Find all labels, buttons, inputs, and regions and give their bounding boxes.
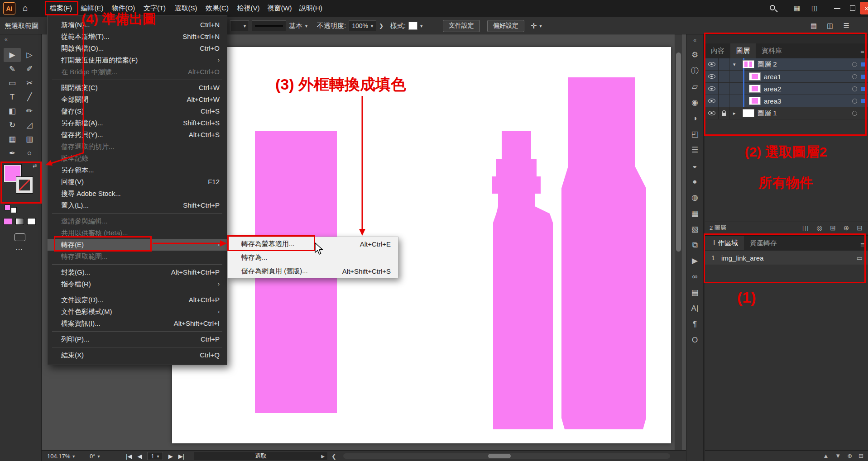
target-circle-icon[interactable] xyxy=(852,99,857,104)
previous-artboard-button[interactable]: ◀ xyxy=(137,453,142,460)
disclosure-triangle-icon[interactable]: ▸ xyxy=(733,110,739,116)
file-menu-item[interactable]: 共用以供審核 (Beta)... xyxy=(48,227,227,239)
file-menu-item[interactable]: 儲存(S)Ctrl+S xyxy=(48,105,227,117)
layer-name[interactable]: area3 xyxy=(764,97,781,105)
magenta-bottle-shape-2[interactable] xyxy=(561,77,646,429)
layer-name[interactable]: area2 xyxy=(764,85,781,93)
artboards-panel-icon[interactable]: ▤ xyxy=(686,285,703,300)
file-menu-item[interactable]: 列印(P)...Ctrl+P xyxy=(48,333,227,345)
file-menu-item[interactable]: 打開最近使用過的檔案(F)› xyxy=(48,54,227,66)
file-menu-item[interactable]: 開啟舊檔(O)...Ctrl+O xyxy=(48,43,227,54)
brush-definition-dropdown[interactable]: 基本 ▾ xyxy=(252,17,307,34)
properties-panel-icon[interactable]: ⚙ xyxy=(686,47,703,63)
new-sublayer-icon[interactable]: ⊞ xyxy=(830,224,836,232)
last-artboard-button[interactable]: ▶| xyxy=(178,453,184,460)
type-tool[interactable]: T xyxy=(4,90,21,104)
menubar-item[interactable]: 物件(O) xyxy=(108,0,139,17)
file-menu-item[interactable]: 另存範本... xyxy=(48,164,227,176)
paintbrush-tool[interactable]: ✏ xyxy=(21,104,38,118)
expand-panels-icon[interactable]: « xyxy=(693,37,696,43)
next-artboard-button[interactable]: ▶ xyxy=(168,453,173,460)
collapse-toolbar-icon[interactable]: « xyxy=(5,36,8,43)
delete-layer-icon[interactable]: ⊟ xyxy=(857,224,863,232)
stroke-color-swatch[interactable] xyxy=(16,177,33,193)
color-guide-panel-icon[interactable]: ◰ xyxy=(686,126,703,142)
vertical-scrollbar-handle[interactable] xyxy=(676,52,681,252)
document-setup-button[interactable]: 文件設定 xyxy=(443,20,480,32)
stroke-panel-icon[interactable]: ☰ xyxy=(686,142,703,158)
panel-tab[interactable]: 內容 xyxy=(705,43,730,58)
graphic-styles-panel-icon[interactable]: ◍ xyxy=(686,190,703,205)
gradient-tool[interactable]: ▥ xyxy=(21,132,38,146)
actions-panel-icon[interactable]: ▶ xyxy=(686,253,703,269)
artboard-name[interactable]: img_link_area xyxy=(721,254,857,262)
panel-tab[interactable]: 資產轉存 xyxy=(744,236,783,250)
file-menu-item[interactable]: 搜尋 Adobe Stock... xyxy=(48,188,227,200)
export-submenu-item[interactable]: 儲存為網頁用 (舊版)...Alt+Shift+Ctrl+S xyxy=(228,264,398,278)
close-button[interactable]: × xyxy=(860,2,868,14)
curvature-tool[interactable]: ✐ xyxy=(21,62,38,76)
links-panel-icon[interactable]: ∞ xyxy=(686,269,703,285)
file-menu-item[interactable]: 另存新檔(A)...Shift+Ctrl+S xyxy=(48,117,227,129)
file-menu-item[interactable]: 文件色彩模式(M)› xyxy=(48,306,227,318)
opentype-panel-icon[interactable]: O xyxy=(686,332,703,348)
lock-column[interactable] xyxy=(719,95,729,107)
align-options-dropdown[interactable]: ✛▾ xyxy=(531,17,542,34)
gradient-mode-button[interactable] xyxy=(15,218,24,225)
layer-row[interactable]: area1 xyxy=(705,71,868,83)
mesh-tool[interactable]: ▦ xyxy=(4,132,21,146)
swap-fill-stroke-icon[interactable]: ⇄ xyxy=(33,163,37,169)
file-menu-item[interactable]: 轉存(E)› xyxy=(48,239,227,251)
layer-row[interactable]: area2 xyxy=(705,83,868,95)
target-circle-icon[interactable] xyxy=(852,62,857,67)
file-menu-item[interactable]: 指令檔(R)› xyxy=(48,278,227,290)
new-artboard-icon[interactable]: ⊕ xyxy=(847,452,852,459)
menubar-item[interactable]: 視窗(W) xyxy=(264,0,295,17)
target-circle-icon[interactable] xyxy=(852,111,857,116)
file-menu-item[interactable]: 轉存選取範圍... xyxy=(48,251,227,262)
lock-column[interactable] xyxy=(719,71,729,82)
expand-options-icon[interactable]: ❯ xyxy=(379,23,384,29)
menubar-item[interactable]: 檔案(F) xyxy=(45,0,77,17)
visibility-toggle[interactable] xyxy=(705,107,719,119)
screen-mode-button[interactable] xyxy=(14,233,25,241)
edit-toolbar-icon[interactable]: ⋯ xyxy=(15,245,23,254)
home-icon[interactable]: ⌂ xyxy=(23,3,28,13)
target-circle-icon[interactable] xyxy=(852,86,857,91)
disclosure-triangle-icon[interactable]: ▾ xyxy=(733,62,739,67)
file-menu-item[interactable]: 新增(N)...Ctrl+N xyxy=(48,19,227,31)
artboard-number-dropdown[interactable]: 1▾ xyxy=(147,452,163,460)
artboard-icon[interactable]: ▭ xyxy=(857,254,863,261)
zoom-tool[interactable]: ○ xyxy=(21,146,38,160)
swatches-panel-icon[interactable]: ▦ xyxy=(686,205,703,221)
rectangle-tool[interactable]: ▭ xyxy=(4,76,21,90)
layer-name[interactable]: area1 xyxy=(764,73,781,81)
panel-tab[interactable]: 圖層 xyxy=(730,43,756,58)
mini-stroke-swatch[interactable] xyxy=(11,207,17,213)
menubar-item[interactable]: 文字(T) xyxy=(139,0,170,17)
lock-column[interactable] xyxy=(719,58,729,70)
panel-menu-icon[interactable]: ≡ xyxy=(860,47,864,55)
panel-tab[interactable]: 資料庫 xyxy=(756,43,788,58)
none-mode-button[interactable] xyxy=(27,218,36,225)
file-menu-item[interactable]: 文件設定(D)...Alt+Ctrl+P xyxy=(48,294,227,306)
lock-toggle[interactable] xyxy=(719,107,729,119)
appearance-panel-icon[interactable]: ● xyxy=(686,174,703,190)
scale-tool[interactable]: ◿ xyxy=(21,118,38,132)
file-menu-item[interactable]: 版本記錄 xyxy=(48,152,227,164)
magenta-bottle-shape-1[interactable] xyxy=(492,131,553,429)
control-panel-menu-icon[interactable]: ☰ xyxy=(843,22,849,30)
file-menu-item[interactable]: 在 Bridge 中瀏覽...Alt+Ctrl+O xyxy=(48,66,227,78)
minimize-button[interactable] xyxy=(834,8,840,9)
pen-tool[interactable]: ✎ xyxy=(4,62,21,76)
visibility-toggle[interactable] xyxy=(705,58,719,70)
move-artboard-down-icon[interactable]: ▼ xyxy=(835,452,841,459)
rotate-tool[interactable]: ↻ xyxy=(4,118,21,132)
gradient-panel-icon[interactable]: ◒ xyxy=(686,158,703,174)
move-artboard-up-icon[interactable]: ▲ xyxy=(823,452,829,459)
zoom-dropdown[interactable]: 104.17%▾ xyxy=(47,451,75,461)
visibility-toggle[interactable] xyxy=(705,95,719,107)
menubar-item[interactable]: 選取(S) xyxy=(170,0,201,17)
horizontal-scrollbar-handle[interactable] xyxy=(488,454,511,458)
file-menu-item[interactable]: 結束(X)Ctrl+Q xyxy=(48,349,227,361)
